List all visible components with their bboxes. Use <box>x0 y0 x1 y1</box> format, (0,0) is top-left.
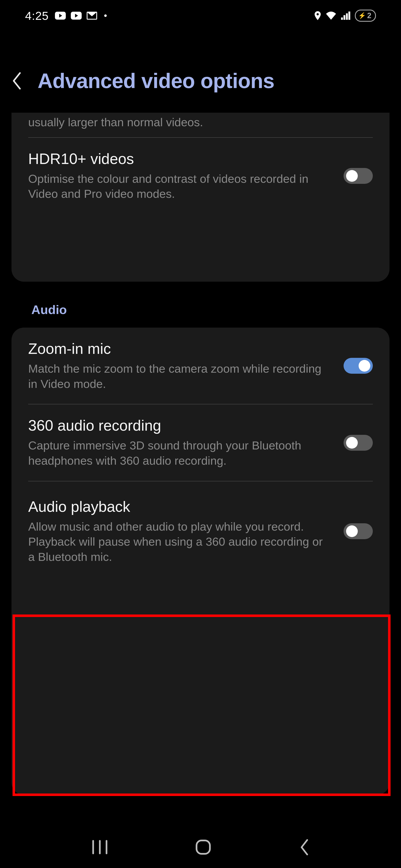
video-settings-panel: usually larger than normal videos. HDR10… <box>11 113 390 282</box>
clipped-row[interactable]: usually larger than normal videos. <box>11 113 390 137</box>
audio-settings-panel: Zoom-in mic Match the mic zoom to the ca… <box>11 328 390 795</box>
360-audio-row[interactable]: 360 audio recording Capture immersive 3D… <box>11 404 390 481</box>
status-right: ⚡ 2 <box>314 9 376 22</box>
status-left: 4:25 <box>25 9 107 23</box>
svg-rect-0 <box>197 840 210 854</box>
audio-playback-row[interactable]: Audio playback Allow music and other aud… <box>11 482 390 581</box>
back-button[interactable] <box>8 72 25 89</box>
status-time: 4:25 <box>25 9 49 23</box>
360-audio-title: 360 audio recording <box>28 417 331 434</box>
back-nav-button[interactable] <box>298 838 310 856</box>
youtube-icon <box>71 12 82 20</box>
audio-playback-title: Audio playback <box>28 498 331 516</box>
wifi-icon <box>325 11 337 20</box>
signal-icon <box>341 11 350 20</box>
page-header: Advanced video options <box>8 69 393 93</box>
battery-level: 2 <box>367 11 371 20</box>
navigation-bar <box>0 826 401 868</box>
more-notifications-icon <box>104 14 107 17</box>
zoom-in-mic-row[interactable]: Zoom-in mic Match the mic zoom to the ca… <box>11 328 390 404</box>
360-audio-toggle[interactable] <box>344 435 373 451</box>
youtube-icon <box>55 12 66 20</box>
hdr10-toggle[interactable] <box>344 168 373 184</box>
battery-indicator: ⚡ 2 <box>355 9 376 22</box>
hdr10-row[interactable]: HDR10+ videos Optimise the colour and co… <box>11 138 390 214</box>
zoom-in-mic-toggle[interactable] <box>344 358 373 374</box>
audio-playback-desc: Allow music and other audio to play whil… <box>28 519 331 565</box>
zoom-in-mic-title: Zoom-in mic <box>28 340 331 358</box>
hdr10-title: HDR10+ videos <box>28 150 331 167</box>
location-icon <box>314 11 321 20</box>
audio-playback-toggle[interactable] <box>344 523 373 539</box>
audio-section-label: Audio <box>31 303 67 317</box>
recents-button[interactable] <box>91 840 108 855</box>
zoom-in-mic-desc: Match the mic zoom to the camera zoom wh… <box>28 361 331 392</box>
hdr10-desc: Optimise the colour and contrast of vide… <box>28 171 331 202</box>
gmail-icon <box>87 12 97 20</box>
status-bar: 4:25 ⚡ 2 <box>0 0 401 31</box>
page-title: Advanced video options <box>37 69 275 93</box>
home-button[interactable] <box>195 839 211 856</box>
charging-icon: ⚡ <box>358 12 366 19</box>
360-audio-desc: Capture immersive 3D sound through your … <box>28 438 331 468</box>
clipped-desc: usually larger than normal videos. <box>28 115 373 130</box>
